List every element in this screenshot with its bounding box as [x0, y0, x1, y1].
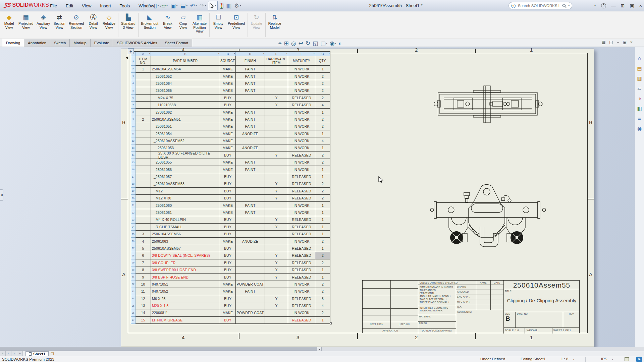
bom-cell[interactable]: 25061052 [151, 73, 220, 80]
replace-model-button[interactable]: ⇅Replace Model [267, 12, 283, 30]
standard-3-view-button[interactable]: ▙Standard 3 View [119, 12, 137, 30]
bom-cell[interactable]: RELEASED [288, 188, 315, 195]
crop-view-button[interactable]: ▱Crop View [175, 12, 191, 30]
model-view-button[interactable]: ◆Model View [1, 12, 17, 30]
bom-cell[interactable]: IN WORK [288, 288, 315, 295]
bom-row-number[interactable]: 28 [131, 252, 136, 259]
bom-row-number[interactable]: 31 [131, 274, 136, 281]
bom-cell[interactable]: 1 [315, 274, 330, 281]
bom-cell[interactable]: 7 [136, 259, 151, 266]
bom-cell[interactable]: 4 [315, 102, 330, 109]
bom-cell[interactable] [236, 252, 265, 259]
bom-cell[interactable]: BUY [220, 266, 236, 274]
bom-cell[interactable] [236, 188, 265, 195]
bom-row-number[interactable]: 16 [131, 166, 136, 173]
bom-cell[interactable]: BUY [220, 231, 236, 238]
status-units[interactable]: IPS▴ [601, 356, 613, 362]
bom-cell[interactable]: RELEASED [288, 173, 315, 180]
zoom-previous-icon[interactable]: ◎ [291, 40, 296, 47]
bom-cell[interactable] [265, 288, 288, 295]
bom-cell[interactable]: ANODIZE [236, 238, 265, 245]
bom-cell[interactable]: 2 [315, 238, 330, 245]
bom-cell[interactable]: 22060811 [151, 309, 220, 316]
bom-cell[interactable]: RELEASED [288, 266, 315, 274]
bom-cell[interactable]: IN WORK [288, 116, 315, 123]
bom-cell[interactable]: RELEASED [288, 102, 315, 109]
bom-cell[interactable]: Y [265, 216, 288, 223]
bom-row-number[interactable]: 37 [131, 317, 136, 324]
bom-cell[interactable] [236, 231, 265, 238]
bom-cell[interactable] [265, 144, 288, 152]
bom-cell[interactable]: 2 [315, 95, 330, 102]
tab-solidworks-add-ins[interactable]: SOLIDWORKS Add-Ins [113, 39, 161, 47]
bom-cell[interactable]: MAKE [220, 166, 236, 173]
bom-cell[interactable] [136, 173, 151, 180]
bom-cell[interactable]: BUY [220, 245, 236, 252]
bom-cell[interactable]: 25061064 [151, 80, 220, 87]
bom-cell[interactable]: RELEASED [288, 274, 315, 281]
bom-cell[interactable]: 2 [315, 87, 330, 94]
bom-cell[interactable] [236, 302, 265, 309]
bom-row-number[interactable]: 11 [131, 130, 136, 137]
search-icon[interactable] [562, 4, 567, 8]
bom-cell[interactable]: BUY [220, 102, 236, 109]
bom-row-number[interactable]: 24 [131, 224, 136, 231]
bom-header-cell[interactable]: FINISH [236, 56, 265, 66]
drawing-view-top[interactable] [434, 85, 543, 123]
bom-cell[interactable]: 14 [136, 309, 151, 316]
bom-cell[interactable]: 250610ASSEM57 [151, 245, 220, 252]
menu-file[interactable]: File [46, 3, 61, 8]
previous-view-icon[interactable]: ↩ [299, 40, 303, 47]
bom-cell[interactable] [265, 159, 288, 166]
bom-cell[interactable]: 3/8 DOWTY SEAL (INCL. SPARES) [151, 252, 220, 259]
previous-sheet-icon[interactable]: ‹ [6, 351, 11, 356]
bom-row-number[interactable]: 18 [131, 180, 136, 187]
bom-cell[interactable]: 2 [315, 259, 330, 266]
bom-cell[interactable]: RELEASED [288, 317, 315, 324]
bom-cell[interactable]: IN WORK [288, 202, 315, 209]
bom-row-number[interactable]: 12 [131, 137, 136, 144]
zoom-to-area-icon[interactable]: ⊞ [284, 40, 289, 47]
resources-home-icon[interactable]: ⌂ [638, 56, 641, 61]
bom-cell[interactable]: IN WORK [288, 80, 315, 87]
column-dropdown-icon[interactable]: ▾ [234, 52, 235, 54]
bom-cell[interactable]: IN WORK [288, 209, 315, 216]
bom-cell[interactable]: 2 [315, 288, 330, 295]
bom-cell[interactable]: 3/8 COUPLER [151, 259, 220, 266]
open-icon[interactable]: ▱▾ [160, 1, 169, 10]
bom-cell[interactable] [236, 195, 265, 202]
bom-cell[interactable]: _250610ASSEM53 [151, 180, 220, 187]
bom-row-number[interactable]: 3 [131, 73, 136, 80]
bom-cell[interactable] [136, 152, 151, 159]
bom-cell[interactable]: MAKE [220, 130, 236, 137]
bom-row-number[interactable]: 6 [131, 95, 136, 102]
bom-cell[interactable] [265, 209, 288, 216]
bom-cell[interactable]: RELEASED [288, 245, 315, 252]
bom-cell[interactable]: PAINT [236, 288, 265, 295]
bom-cell[interactable]: PAINT [236, 166, 265, 173]
bom-cell[interactable]: 2 [315, 152, 330, 159]
bom-cell[interactable]: 25 X 30 X 20 FLANGED OILITE BUSH [151, 152, 220, 159]
column-dropdown-icon[interactable]: ▾ [286, 52, 287, 54]
bom-cell[interactable]: 1 [315, 144, 330, 152]
bom-cell[interactable]: M24 X 75 [151, 95, 220, 102]
bom-cell[interactable] [265, 137, 288, 144]
section-view-button[interactable]: ⇄Section View [52, 12, 67, 30]
bom-cell[interactable]: 1 [136, 66, 151, 73]
bom-cell[interactable]: 6 [136, 252, 151, 259]
break-view-button[interactable]: ∿Break View [160, 12, 175, 30]
bom-cell[interactable] [236, 259, 265, 266]
bom-cell[interactable]: BUY [220, 295, 236, 302]
bom-cell[interactable] [236, 224, 265, 231]
tab-annotation[interactable]: Annotation [24, 39, 50, 47]
bom-header-cell[interactable]: MATURITY [288, 56, 315, 66]
help-search-box[interactable]: ? ▾ [508, 2, 572, 9]
hide-show-items-icon[interactable]: ◉▾ [330, 40, 336, 47]
bom-cell[interactable]: IN WORK [288, 159, 315, 166]
bom-cell[interactable]: 15 [136, 317, 151, 324]
bom-row-number[interactable]: 29 [131, 259, 136, 266]
bom-cell[interactable]: BUY [220, 95, 236, 102]
next-sheet-icon[interactable]: › [11, 351, 17, 356]
empty-view-button[interactable]: ☐Empty View [211, 12, 226, 30]
tab-markup[interactable]: Markup [69, 39, 90, 47]
